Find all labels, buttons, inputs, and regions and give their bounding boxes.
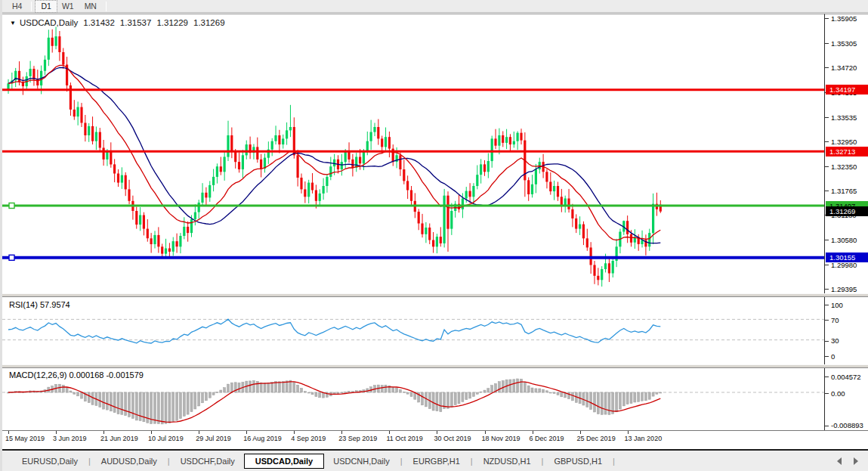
tab-usdcad-daily[interactable]: USDCAD,Daily <box>244 454 324 469</box>
rsi-panel[interactable] <box>2 297 824 364</box>
date-label: 6 Dec 2019 <box>530 435 564 442</box>
macd-bar <box>626 392 629 404</box>
date-axis[interactable]: 15 May 20193 Jun 201921 Jun 201910 Jul 2… <box>2 430 868 451</box>
macd-bar <box>469 392 471 398</box>
candle-body <box>300 178 302 189</box>
macd-bar <box>638 392 640 401</box>
macd-bar <box>392 387 394 392</box>
macd-bar <box>293 382 295 392</box>
axis-tick <box>825 191 829 191</box>
tab-nzdusd-h1[interactable]: NZDUSD,H1 <box>474 454 540 468</box>
candle-body <box>220 166 222 172</box>
macd-bar <box>168 392 171 423</box>
candle-body <box>370 132 372 141</box>
date-tick <box>533 431 533 434</box>
candle-body <box>582 225 585 239</box>
price-tick-label: 1.33535 <box>831 113 857 122</box>
macd-bar <box>220 390 222 392</box>
tab-usdchf-daily[interactable]: USDCHF,Daily <box>171 454 244 468</box>
macd-bar <box>103 392 105 409</box>
mt4-window: H4D1W1MN ▼USDCAD,Daily1.314321.315371.31… <box>0 0 868 471</box>
panel-splitter[interactable] <box>2 293 868 297</box>
chart-tabs-bar: EURUSD,Daily|AUDUSD,Daily|USDCHF,DailyUS… <box>2 451 868 471</box>
macd-bar <box>58 384 60 392</box>
macd-bar <box>106 392 108 410</box>
current-price-badge: 1.31269 <box>826 206 868 216</box>
macd-tick-label: 0.004572 <box>831 373 861 381</box>
main-chart-plot[interactable] <box>2 14 824 293</box>
tab-usdcnh-daily[interactable]: USDCNH,Daily <box>324 454 399 468</box>
tab-eurusd-daily[interactable]: EURUSD,Daily <box>13 454 87 468</box>
macd-bar <box>557 392 559 395</box>
macd-bar <box>601 392 603 414</box>
date-label: 21 Jun 2019 <box>100 435 138 442</box>
macd-bar <box>498 382 500 392</box>
candle-body <box>388 137 391 148</box>
macd-bar <box>238 383 240 392</box>
candle-body <box>410 191 412 201</box>
timeframe-button-W1[interactable]: W1 <box>57 1 79 12</box>
candle-body <box>32 69 35 79</box>
candle-body <box>428 228 431 240</box>
candle-body <box>494 138 496 145</box>
collapse-icon[interactable]: ▼ <box>10 20 16 26</box>
macd-bar <box>348 391 351 392</box>
rsi-indicator-label: RSI(14) 57.9574 <box>9 300 70 309</box>
candle-body <box>381 138 383 147</box>
candle-body <box>172 241 175 252</box>
macd-bar <box>117 392 119 414</box>
candle-body <box>406 181 409 190</box>
rsi-tick-label: 100 <box>831 301 843 309</box>
macd-bar <box>252 380 255 392</box>
price-tick-label: 1.30580 <box>831 236 857 244</box>
macd-bar <box>410 392 412 397</box>
macd-bar <box>278 382 280 392</box>
candle-body <box>476 175 478 186</box>
macd-bar <box>183 392 185 416</box>
macd-bar <box>121 392 123 414</box>
candle-body <box>341 162 343 169</box>
macd-bar <box>62 385 64 392</box>
timeframe-button-D1[interactable]: D1 <box>36 1 56 12</box>
candle-body <box>48 38 50 60</box>
macd-bar <box>176 392 178 420</box>
price-level-badge: 1.32713 <box>826 147 868 156</box>
date-label: 13 Jan 2020 <box>625 435 663 442</box>
axis-tick <box>825 117 829 118</box>
rsi-tick-label: 0 <box>831 352 835 361</box>
macd-bar <box>110 392 112 411</box>
macd-bar <box>249 381 252 392</box>
candle-body <box>29 69 32 76</box>
timeframe-button-MN[interactable]: MN <box>79 1 102 12</box>
candle-body <box>505 137 508 143</box>
candle-body <box>359 157 361 164</box>
macd-bar <box>465 392 468 400</box>
tabs-scroll-right-icon[interactable] <box>854 457 858 465</box>
candle-body <box>58 36 60 52</box>
candle-body <box>168 249 171 252</box>
line-anchor-marker[interactable] <box>9 203 14 209</box>
tab-audusd-daily[interactable]: AUDUSD,Daily <box>92 454 166 468</box>
macd-bar <box>472 392 474 396</box>
candle-body <box>161 246 163 253</box>
tab-gbpusd-h1[interactable]: GBPUSD,H1 <box>545 454 611 468</box>
tab-eurgbp-h1[interactable]: EURGBP,H1 <box>404 454 469 468</box>
macd-bar <box>648 392 650 399</box>
timeframe-button-H4[interactable]: H4 <box>7 1 27 12</box>
tabs-scroll-left-icon[interactable] <box>837 457 842 465</box>
candle-body <box>472 186 474 197</box>
candle-body <box>440 237 442 243</box>
candle-body <box>103 148 105 160</box>
panel-splitter[interactable] <box>2 364 868 368</box>
candle-body <box>517 133 519 141</box>
macd-bar <box>597 392 599 414</box>
ohlc-open: 1.31432 <box>83 18 115 27</box>
macd-bar <box>491 386 493 392</box>
candle-body <box>385 137 387 147</box>
candle-body <box>139 215 141 225</box>
candle-body <box>128 189 130 200</box>
candle-body <box>329 166 332 177</box>
macd-bar <box>531 388 533 392</box>
line-anchor-marker[interactable] <box>9 255 14 260</box>
ohlc-close: 1.31269 <box>193 18 225 27</box>
